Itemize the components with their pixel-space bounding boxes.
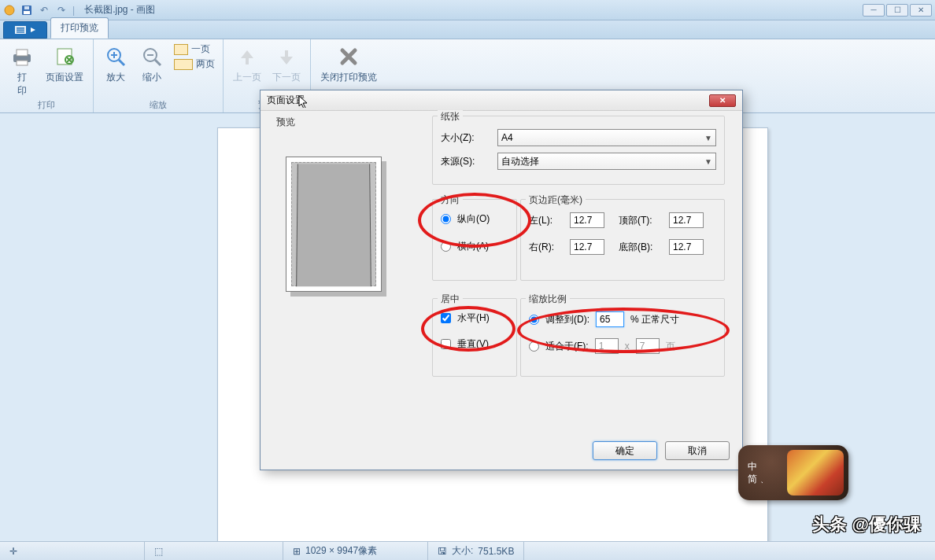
undo-icon[interactable]: ↶ — [38, 4, 50, 17]
cancel-button[interactable]: 取消 — [665, 441, 730, 460]
ime-float-widget[interactable]: 中简 、 — [738, 445, 848, 500]
page-setup-button[interactable]: 页面设置 — [44, 42, 85, 99]
center-horizontal-checkbox[interactable] — [441, 313, 451, 323]
two-page-icon — [174, 59, 193, 70]
scale-percent-input[interactable] — [596, 311, 624, 327]
zoom-out-button[interactable]: 缩小 — [138, 42, 166, 86]
svg-rect-3 — [24, 6, 29, 9]
window-title: 长截图.jpg - 画图 — [84, 3, 155, 17]
margin-right-input[interactable] — [570, 239, 604, 255]
file-size-value: 751.5KB — [478, 546, 514, 557]
chevron-down-icon: ▼ — [704, 157, 712, 166]
disk-icon: 🖫 — [438, 546, 447, 557]
ok-button[interactable]: 确定 — [593, 441, 657, 460]
selection-icon: ⬚ — [154, 546, 163, 557]
svg-rect-7 — [17, 31, 24, 33]
decorative-leaves — [787, 450, 844, 496]
tab-print-preview[interactable]: 打印预览 — [50, 17, 109, 39]
dimensions-value: 1029 × 9947像素 — [305, 544, 377, 558]
print-label: 打 印 — [17, 71, 27, 98]
dialog-preview — [286, 157, 382, 292]
close-preview-button[interactable]: 关闭打印预览 — [319, 42, 379, 86]
zoom-out-icon — [139, 44, 164, 69]
arrow-down-icon — [274, 44, 299, 69]
center-fieldset: 居中 水平(H) 垂直(V) — [432, 298, 517, 377]
svg-rect-9 — [17, 50, 28, 56]
margin-left-input[interactable] — [570, 212, 604, 228]
print-button[interactable]: 打 印 — [8, 42, 36, 99]
fit-height-input — [636, 338, 660, 354]
svg-line-18 — [155, 60, 161, 65]
fit-width-input — [595, 338, 619, 354]
two-page-button[interactable]: 两页 — [174, 57, 215, 71]
svg-point-0 — [5, 6, 14, 15]
one-page-button[interactable]: 一页 — [174, 42, 210, 56]
scale-adjust-radio[interactable] — [529, 315, 539, 325]
landscape-radio[interactable] — [441, 241, 451, 252]
redo-icon[interactable]: ↷ — [55, 4, 68, 17]
crosshair-icon: ✛ — [9, 546, 17, 557]
center-vertical-checkbox[interactable] — [441, 339, 451, 349]
margin-top-input[interactable] — [669, 212, 704, 228]
dimensions-icon: ⊞ — [293, 546, 301, 557]
margins-fieldset: 页边距(毫米) 左(L): 顶部(T): 右(R): 底部(B): — [520, 199, 725, 281]
zoom-in-button[interactable]: 放大 — [102, 42, 130, 86]
next-page-button: 下一页 — [271, 42, 302, 86]
one-page-icon — [174, 44, 188, 55]
status-selection-cell: ⬚ — [145, 542, 283, 560]
file-menu-button[interactable] — [3, 21, 47, 39]
maximize-button[interactable]: ☐ — [886, 4, 908, 17]
svg-rect-2 — [24, 11, 30, 14]
status-position-cell: ✛ — [0, 542, 145, 560]
paper-source-label: 来源(S): — [441, 155, 491, 168]
svg-line-14 — [119, 60, 124, 65]
cursor-icon — [298, 95, 308, 108]
app-icon — [3, 4, 16, 17]
title-bar: ↶ ↷ | 长截图.jpg - 画图 ─ ☐ ✕ — [0, 0, 935, 20]
printer-icon — [9, 44, 35, 69]
zoom-in-icon — [103, 44, 128, 69]
save-icon[interactable] — [20, 4, 33, 17]
preview-section-label: 预览 — [276, 116, 295, 129]
arrow-up-icon — [235, 44, 260, 69]
group-zoom-label: 缩放 — [150, 99, 167, 111]
status-dimensions-cell: ⊞ 1029 × 9947像素 — [283, 542, 428, 560]
close-x-icon — [336, 44, 361, 69]
chevron-down-icon: ▼ — [704, 134, 712, 142]
group-print-label: 打印 — [38, 99, 55, 111]
paper-source-select[interactable]: 自动选择▼ — [497, 153, 716, 170]
scale-fit-radio[interactable] — [529, 341, 539, 352]
svg-rect-6 — [17, 30, 24, 31]
minimize-button[interactable]: ─ — [863, 4, 885, 17]
qat-separator: | — [72, 5, 75, 16]
page-setup-label: 页面设置 — [46, 71, 83, 84]
group-print: 打 印 页面设置 打印 — [0, 39, 94, 112]
ribbon-tabs: 打印预览 — [0, 20, 935, 39]
portrait-radio[interactable] — [441, 214, 451, 224]
group-zoom: 放大 缩小 一页 两页 缩放 — [94, 39, 224, 112]
prev-page-button: 上一页 — [231, 42, 263, 86]
status-bar: ✛ ⬚ ⊞ 1029 × 9947像素 🖫 大小: 751.5KB — [0, 541, 935, 560]
scale-fieldset: 缩放比例 调整到(D): % 正常尺寸 适合于(F): x 页 — [520, 298, 725, 377]
svg-rect-5 — [17, 28, 24, 29]
orientation-fieldset: 方向 纵向(O) 横向(A) — [432, 199, 517, 281]
page-setup-dialog: 页面设置 ✕ 预览 纸张 大小(Z): A4▼ 来源(S): 自动选择▼ 方向 … — [260, 90, 743, 470]
close-window-button[interactable]: ✕ — [910, 4, 932, 17]
dialog-titlebar: 页面设置 ✕ — [261, 90, 742, 111]
page-setup-icon — [52, 44, 77, 69]
watermark-text: 头条 @優你骒 — [812, 513, 921, 536]
status-size-cell: 🖫 大小: 751.5KB — [428, 542, 524, 560]
margin-bottom-input[interactable] — [669, 239, 704, 255]
svg-rect-10 — [17, 61, 28, 65]
paper-size-select[interactable]: A4▼ — [497, 129, 716, 146]
paper-fieldset: 纸张 大小(Z): A4▼ 来源(S): 自动选择▼ — [432, 116, 725, 185]
paper-size-label: 大小(Z): — [441, 131, 491, 145]
dialog-close-button[interactable]: ✕ — [709, 94, 736, 107]
